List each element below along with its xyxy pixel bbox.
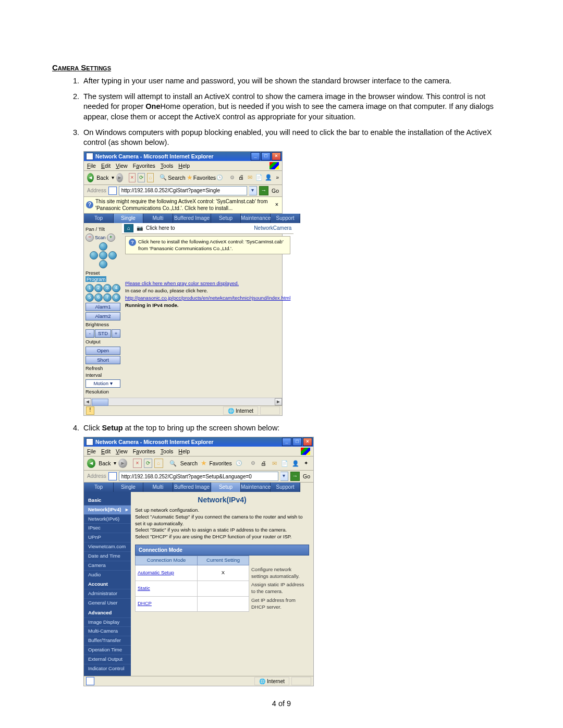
short-button[interactable]: Short — [85, 356, 120, 364]
gear-icon[interactable] — [229, 173, 236, 182]
sidebar-item-buffer-transfer[interactable]: Buffer/Transfer — [84, 636, 131, 645]
tab2-support[interactable]: Support — [271, 483, 300, 492]
tab2-buffered-image[interactable]: Buffered Image — [173, 483, 211, 492]
print-icon[interactable] — [238, 173, 244, 182]
sidebar-item-network-ipv4-[interactable]: Network(IPv4) — [84, 505, 131, 514]
sidebar-item-general-user[interactable]: General User — [84, 598, 131, 608]
sidebar-item-ipsec[interactable]: IPsec — [84, 523, 131, 533]
menu-favorites-2[interactable]: Favorites — [133, 448, 155, 455]
pan-left-button[interactable] — [90, 251, 98, 260]
minimize-button-2[interactable]: _ — [282, 438, 291, 446]
sidebar-item-audio[interactable]: Audio — [84, 570, 131, 579]
pan-center-button[interactable] — [99, 251, 107, 260]
activex-infobar[interactable]: ? This site might require the following … — [84, 197, 282, 214]
brightness-minus[interactable]: - — [85, 329, 94, 338]
sidebar-item-multi-camera[interactable]: Multi-Camera — [84, 626, 131, 636]
brightness-plus[interactable]: + — [112, 329, 120, 338]
maximize-button-2[interactable]: □ — [292, 438, 302, 446]
favorites-label[interactable]: Favorites — [195, 172, 214, 183]
home-button-2[interactable]: ⌂ — [154, 459, 163, 468]
search-icon[interactable] — [160, 173, 167, 182]
motion-select[interactable]: Motion ▾ — [85, 379, 120, 388]
print-icon-2[interactable] — [260, 459, 268, 468]
back-button-2[interactable]: ◄ — [87, 459, 95, 468]
tab-top[interactable]: Top — [84, 214, 114, 223]
go-button[interactable]: → — [259, 186, 268, 195]
favorites-label-2[interactable]: Favorites — [209, 458, 232, 468]
toolbar-chevron-icon[interactable]: » — [276, 174, 279, 181]
tab-single[interactable]: Single — [114, 214, 143, 223]
tab-buffered-image[interactable]: Buffered Image — [173, 214, 211, 223]
sidebar-item-camera[interactable]: Camera — [84, 561, 131, 570]
open-button[interactable]: Open — [85, 347, 120, 355]
sidebar-item-viewnetcam-com[interactable]: Viewnetcam.com — [84, 542, 131, 551]
search-label[interactable]: Search — [169, 172, 185, 183]
tab-support[interactable]: Support — [271, 214, 300, 223]
menu-view-2[interactable]: View — [116, 448, 128, 455]
sidebar-item-network-ipv6-[interactable]: Network(IPv6) — [84, 514, 131, 524]
gear-icon-2[interactable] — [249, 459, 257, 468]
refresh-button-2[interactable]: ⟳ — [144, 459, 152, 468]
alarm2-button[interactable]: Alarm2 — [85, 312, 120, 320]
gray-screen-link[interactable]: Please click here when gray color screen… — [125, 280, 290, 287]
sidebar-item-operation-time[interactable]: Operation Time — [84, 645, 131, 655]
favorites-icon-2[interactable]: ★ — [201, 459, 207, 468]
tab2-multi[interactable]: Multi — [143, 483, 173, 492]
search-label-2[interactable]: Search — [179, 458, 198, 468]
favorites-icon[interactable]: ★ — [187, 173, 193, 182]
doc-icon-2[interactable] — [280, 459, 289, 468]
tab2-setup[interactable]: Setup — [211, 483, 241, 492]
doc-icon[interactable] — [255, 173, 263, 182]
preset-7[interactable]: 7 — [103, 293, 112, 302]
preset-2[interactable]: 2 — [94, 284, 103, 292]
tab2-top[interactable]: Top — [84, 483, 114, 492]
mode-dhcp[interactable]: DHCP — [136, 596, 198, 612]
sidebar-item-upnp[interactable]: UPnP — [84, 533, 131, 542]
address-input[interactable] — [119, 186, 247, 195]
back-chevron-icon[interactable]: ▾ — [112, 174, 114, 181]
mail-icon-2[interactable] — [270, 459, 278, 468]
sidebar-item-external-output[interactable]: External Output — [84, 655, 131, 664]
extra-icon-2[interactable]: ✦ — [302, 459, 310, 468]
camera-home-icon[interactable]: ⌂ — [124, 224, 133, 232]
address-input-2[interactable] — [119, 472, 278, 481]
search-icon-2[interactable] — [169, 459, 177, 468]
menu-tools[interactable]: Tools — [161, 162, 174, 169]
brightness-std[interactable]: STD — [95, 329, 112, 338]
preset-4[interactable]: 4 — [112, 284, 120, 292]
zoom-in-button[interactable]: + — [107, 233, 115, 242]
preset-3[interactable]: 3 — [103, 284, 112, 292]
horizontal-scrollbar[interactable]: ◄ ► — [84, 398, 282, 405]
close-button-2[interactable]: × — [303, 438, 312, 446]
preset-6[interactable]: 6 — [94, 293, 103, 302]
msn-icon-2[interactable] — [291, 459, 299, 468]
preset-8[interactable]: 8 — [112, 293, 120, 302]
menu-edit[interactable]: Edit — [101, 162, 111, 169]
sidebar-item-date-and-time[interactable]: Date and Time — [84, 551, 131, 561]
menu-help-2[interactable]: Help — [178, 448, 190, 455]
tab2-maintenance[interactable]: Maintenance — [241, 483, 271, 492]
mode-automatic-setup[interactable]: Automatic Setup — [136, 565, 198, 581]
program-label[interactable]: Program — [85, 276, 106, 282]
back-button[interactable]: ◄ — [87, 173, 94, 182]
alarm1-button[interactable]: Alarm1 — [85, 303, 120, 311]
back-label[interactable]: Back — [96, 172, 109, 183]
sidebar-item-administrator[interactable]: Administrator — [84, 589, 131, 598]
minimize-button[interactable]: _ — [251, 152, 260, 161]
infobar-close-icon[interactable]: × — [274, 202, 280, 208]
back-chevron-icon-2[interactable]: ▾ — [114, 460, 116, 467]
preset-5[interactable]: 5 — [85, 293, 94, 302]
close-button[interactable]: × — [272, 152, 281, 161]
address-dropdown-icon[interactable]: ▾ — [249, 186, 257, 195]
panasonic-url-link[interactable]: http://panasonic.co.jp/pcc/products/en/n… — [125, 295, 290, 302]
sidebar-item-indicator-control[interactable]: Indicator Control — [84, 664, 131, 673]
menu-help[interactable]: Help — [178, 162, 190, 169]
mail-icon[interactable] — [247, 173, 253, 182]
menu-file[interactable]: File — [87, 162, 96, 169]
stop-button-2[interactable]: × — [133, 459, 141, 468]
stop-button[interactable]: × — [129, 173, 136, 182]
tilt-down-button[interactable] — [99, 260, 107, 268]
history-icon-2[interactable] — [235, 459, 243, 468]
menu-view[interactable]: View — [116, 162, 128, 169]
msn-icon[interactable] — [265, 173, 272, 182]
